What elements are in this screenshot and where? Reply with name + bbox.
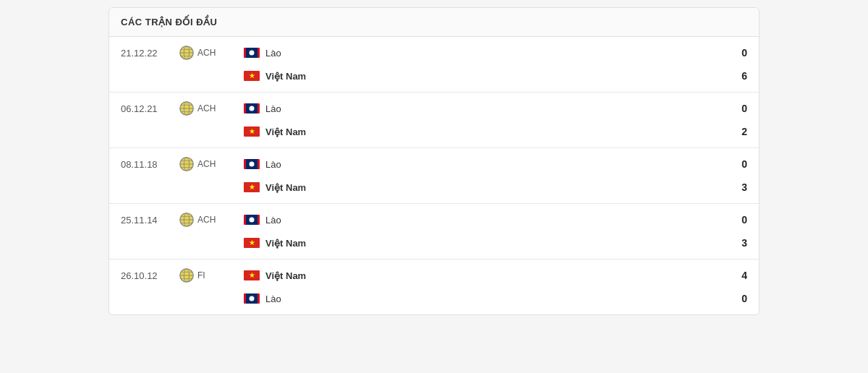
match-score: 0	[718, 47, 747, 59]
match-group: 08.11.18 ACHLào0Việt Nam3	[109, 148, 759, 204]
team-name: Việt Nam	[265, 238, 306, 249]
flag-vietnam	[244, 127, 260, 137]
competition-col: ACH	[179, 212, 229, 228]
match-row: Việt Nam3	[109, 231, 759, 259]
competition-col: FI	[179, 267, 229, 283]
match-row: 26.10.12 FIViệt Nam4	[109, 260, 759, 287]
flag-vietnam	[244, 238, 260, 248]
main-container: CÁC TRẬN ĐỐI ĐẦU 21.12.22 ACHLào0Việt Na…	[109, 7, 760, 315]
team-col: Việt Nam	[229, 270, 718, 281]
team-col: Việt Nam	[229, 127, 718, 137]
team-name: Lào	[265, 215, 281, 226]
match-date: 21.12.22	[121, 48, 179, 59]
team-col: Việt Nam	[229, 71, 718, 82]
flag-laos	[244, 159, 260, 169]
match-date: 26.10.12	[121, 270, 179, 281]
match-row: Lào0	[109, 287, 759, 314]
match-score: 0	[718, 293, 747, 304]
flag-laos	[244, 293, 260, 304]
match-row: 06.12.21 ACHLào0	[109, 93, 759, 120]
competition-label: ACH	[197, 215, 216, 225]
team-col: Việt Nam	[229, 238, 718, 249]
competition-label: ACH	[197, 48, 216, 58]
team-col: Lào	[229, 48, 718, 59]
match-score: 2	[718, 126, 747, 137]
globe-icon	[179, 212, 195, 228]
team-name: Việt Nam	[265, 127, 306, 137]
match-score: 3	[718, 181, 747, 193]
match-score: 4	[718, 270, 747, 281]
team-col: Lào	[229, 159, 718, 170]
team-col: Lào	[229, 103, 718, 114]
match-score: 0	[718, 214, 747, 226]
match-row: 08.11.18 ACHLào0	[109, 148, 759, 176]
match-row: Việt Nam2	[109, 120, 759, 147]
competition-col: ACH	[179, 45, 229, 61]
competition-col: ACH	[179, 100, 229, 116]
team-name: Lào	[265, 159, 281, 170]
competition-label: ACH	[197, 103, 216, 113]
team-name: Việt Nam	[265, 182, 306, 193]
flag-laos	[244, 48, 260, 58]
team-col: Việt Nam	[229, 182, 718, 193]
matches-list: 21.12.22 ACHLào0Việt Nam606.12.21 ACHLào…	[109, 37, 759, 314]
match-score: 3	[718, 237, 747, 249]
team-name: Việt Nam	[265, 270, 306, 281]
match-row: Việt Nam3	[109, 176, 759, 203]
match-date: 06.12.21	[121, 103, 179, 114]
match-date: 08.11.18	[121, 159, 179, 170]
section-title: CÁC TRẬN ĐỐI ĐẦU	[109, 8, 759, 37]
team-col: Lào	[229, 215, 718, 226]
team-name: Việt Nam	[265, 71, 306, 82]
flag-vietnam	[244, 270, 260, 280]
match-score: 0	[718, 103, 747, 114]
match-score: 0	[718, 158, 747, 170]
globe-icon	[179, 156, 195, 172]
flag-laos	[244, 103, 260, 113]
match-row: 25.11.14 ACHLào0	[109, 204, 759, 231]
competition-col: ACH	[179, 156, 229, 172]
match-row: 21.12.22 ACHLào0	[109, 37, 759, 64]
team-col: Lào	[229, 293, 718, 304]
flag-laos	[244, 215, 260, 225]
team-name: Lào	[265, 103, 281, 114]
match-date: 25.11.14	[121, 215, 179, 226]
competition-label: ACH	[197, 159, 216, 169]
globe-icon	[179, 100, 195, 116]
match-row: Việt Nam6	[109, 64, 759, 92]
globe-icon	[179, 267, 195, 283]
match-group: 26.10.12 FIViệt Nam4Lào0	[109, 260, 759, 314]
match-score: 6	[718, 70, 747, 82]
match-group: 21.12.22 ACHLào0Việt Nam6	[109, 37, 759, 93]
competition-label: FI	[197, 270, 205, 280]
flag-vietnam	[244, 182, 260, 192]
match-group: 25.11.14 ACHLào0Việt Nam3	[109, 204, 759, 260]
team-name: Lào	[265, 48, 281, 59]
team-name: Lào	[265, 293, 281, 304]
flag-vietnam	[244, 71, 260, 81]
globe-icon	[179, 45, 195, 61]
match-group: 06.12.21 ACHLào0Việt Nam2	[109, 93, 759, 148]
